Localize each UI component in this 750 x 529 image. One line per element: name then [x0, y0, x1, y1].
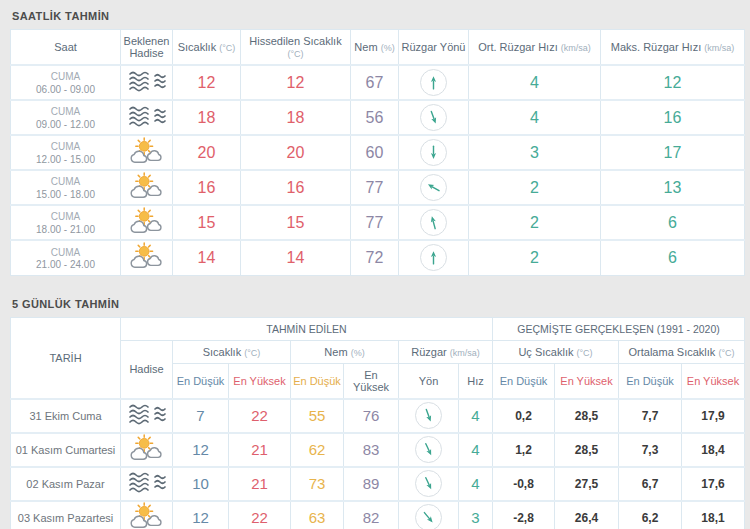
- col-header-maks-ruzgar-hizi: Maks. Rüzgar Hızı (km/sa): [601, 30, 745, 66]
- wind-direction-dial: [420, 104, 447, 131]
- wind-direction-dial: [415, 436, 442, 463]
- sub-header-wind-speed: Hız: [459, 363, 493, 399]
- extreme-low-value: -0,8: [493, 467, 555, 501]
- wind-direction-dial: [415, 470, 442, 497]
- time-range-label: 06.00 - 09.00: [11, 84, 120, 95]
- col-header-beklenen-hadise: Beklenen Hadise: [121, 30, 173, 66]
- hourly-table-row: CUMA 21.00 - 24.00 14: [11, 240, 745, 275]
- daily-header-group-row: TARİH TAHMİN EDİLEN GEÇMİŞTE GERÇEKLEŞEN…: [11, 317, 745, 340]
- historical-group-header: GEÇMİŞTE GERÇEKLEŞEN (1991 - 2020): [493, 317, 745, 340]
- average-high-value: 18,4: [682, 433, 745, 467]
- daily-table-row: 03 Kasım Pazartesi 12 22 63: [11, 501, 745, 529]
- humidity-value: 77: [351, 205, 399, 240]
- wind-direction-arrow-icon: [425, 74, 442, 91]
- time-cell: CUMA 09.00 - 12.00: [11, 100, 121, 135]
- humidity-value: 72: [351, 240, 399, 275]
- hourly-forecast-title: SAATLİK TAHMİN: [12, 10, 744, 22]
- humidity-high-value: 83: [344, 433, 399, 467]
- daily-table-row: 31 Ekim Cuma 7 22 55: [11, 399, 745, 433]
- extreme-high-value: 27,5: [555, 467, 619, 501]
- fog-icon: [127, 468, 167, 496]
- expected-condition-cell: [121, 135, 173, 170]
- sun-clouds-icon: [127, 502, 167, 529]
- feels-like-value: 14: [241, 240, 351, 275]
- date-cell: 31 Ekim Cuma: [11, 399, 121, 433]
- day-label: CUMA: [11, 70, 120, 84]
- expected-condition-cell: [121, 100, 173, 135]
- wind-direction-cell: [399, 170, 469, 205]
- wind-direction-cell: [399, 65, 469, 100]
- weather-forecast-page: SAATLİK TAHMİN Saat Beklenen Hadise Sıca…: [0, 0, 750, 529]
- daily-table-row: 01 Kasım Cumartesi 12 21 62: [11, 433, 745, 467]
- col-header-label: Hissedilen Sıcaklık: [249, 35, 341, 47]
- col-group-ruzgar: Rüzgar (km/sa): [399, 340, 493, 363]
- col-header-hadise: Hadise: [121, 340, 173, 399]
- col-header-ort-ruzgar-hizi: Ort. Rüzgar Hızı (km/sa): [469, 30, 601, 66]
- hourly-forecast-table: Saat Beklenen Hadise Sıcaklık (°C) Hisse…: [10, 29, 745, 276]
- hourly-table-row: CUMA 09.00 - 12.00 18: [11, 100, 745, 135]
- sun-clouds-icon: [127, 172, 167, 200]
- col-header-label: Nem: [354, 41, 377, 53]
- temp-low-value: 7: [173, 399, 229, 433]
- col-group-unit: (%): [351, 348, 365, 358]
- extreme-low-value: -2,8: [493, 501, 555, 529]
- time-range-label: 18.00 - 21.00: [11, 224, 120, 235]
- expected-condition-cell: [121, 205, 173, 240]
- temp-high-value: 22: [229, 501, 291, 529]
- wind-direction-dial: [420, 209, 447, 236]
- wind-direction-cell: [399, 205, 469, 240]
- col-group-label: Uç Sıcaklık: [518, 346, 573, 358]
- wind-speed-value: 4: [459, 433, 493, 467]
- col-group-unit: (°C): [718, 348, 734, 358]
- col-group-label: Sıcaklık: [203, 346, 242, 358]
- col-group-unit: (km/sa): [450, 348, 480, 358]
- temp-low-value: 10: [173, 467, 229, 501]
- wind-direction-cell: [399, 433, 459, 467]
- col-header-tarih: TARİH: [11, 317, 121, 399]
- wind-direction-dial: [420, 139, 447, 166]
- feels-like-value: 20: [241, 135, 351, 170]
- humidity-value: 67: [351, 65, 399, 100]
- day-label: CUMA: [11, 210, 120, 224]
- humidity-high-value: 89: [344, 467, 399, 501]
- temperature-value: 20: [173, 135, 241, 170]
- hourly-table-row: CUMA 15.00 - 18.00 16: [11, 170, 745, 205]
- time-range-label: 09.00 - 12.00: [11, 119, 120, 130]
- sun-clouds-icon: [127, 242, 167, 270]
- hourly-table-row: CUMA 12.00 - 15.00 20: [11, 135, 745, 170]
- humidity-low-value: 63: [291, 501, 344, 529]
- temp-high-value: 21: [229, 433, 291, 467]
- day-label: CUMA: [11, 246, 120, 260]
- avg-wind-speed-value: 4: [469, 65, 601, 100]
- predicted-group-header: TAHMİN EDİLEN: [121, 317, 493, 340]
- humidity-value: 56: [351, 100, 399, 135]
- date-cell: 01 Kasım Cumartesi: [11, 433, 121, 467]
- col-header-label: Rüzgar Yönü: [401, 41, 465, 53]
- wind-direction-dial: [415, 402, 442, 429]
- average-low-value: 6,7: [619, 467, 682, 501]
- expected-condition-cell: [121, 65, 173, 100]
- temperature-value: 15: [173, 205, 241, 240]
- temperature-value: 16: [173, 170, 241, 205]
- wind-speed-value: 3: [459, 501, 493, 529]
- col-group-unit: (°C): [577, 348, 593, 358]
- humidity-low-value: 62: [291, 433, 344, 467]
- time-cell: CUMA 15.00 - 18.00: [11, 170, 121, 205]
- day-label: CUMA: [11, 175, 120, 189]
- wind-direction-cell: [399, 135, 469, 170]
- sub-header-avg-high: En Yüksek: [682, 363, 745, 399]
- extreme-high-value: 26,4: [555, 501, 619, 529]
- feels-like-value: 18: [241, 100, 351, 135]
- temp-high-value: 21: [229, 467, 291, 501]
- time-range-label: 15.00 - 18.00: [11, 189, 120, 200]
- temp-high-value: 22: [229, 399, 291, 433]
- average-low-value: 7,7: [619, 399, 682, 433]
- fog-icon: [127, 102, 167, 130]
- col-header-label: Beklenen Hadise: [124, 35, 170, 59]
- col-header-hissedilen-sicaklik: Hissedilen Sıcaklık (°C): [241, 30, 351, 66]
- day-label: CUMA: [11, 140, 120, 154]
- sub-header-wind-dir: Yön: [399, 363, 459, 399]
- date-cell: 02 Kasım Pazar: [11, 467, 121, 501]
- extreme-high-value: 28,5: [555, 399, 619, 433]
- time-cell: CUMA 21.00 - 24.00: [11, 240, 121, 275]
